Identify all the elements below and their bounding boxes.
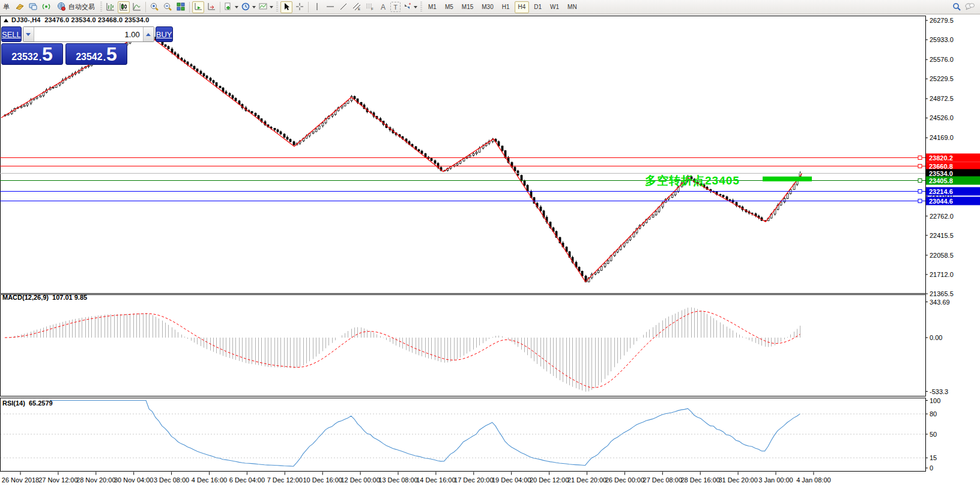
macd-scale-label: 343.69 xyxy=(930,299,950,306)
arrows-tool-button[interactable] xyxy=(402,1,418,13)
volume-decrease-button[interactable] xyxy=(23,27,34,41)
price-line-handle[interactable] xyxy=(918,179,922,183)
time-axis-label: 27 Nov 12:00 xyxy=(38,476,77,484)
toolbar-grip[interactable] xyxy=(276,2,279,13)
tile-windows-icon xyxy=(176,2,186,13)
chart-annotation-text[interactable]: 多空转折点23405 xyxy=(645,173,740,189)
history-center-button[interactable] xyxy=(14,1,26,13)
price-axis-tick-label: 22762.0 xyxy=(930,213,954,220)
sell-price-frac: 5 xyxy=(42,45,53,63)
channel-icon: E xyxy=(352,2,361,13)
crosshair-tool-button[interactable] xyxy=(294,1,306,13)
chart-shift-button[interactable] xyxy=(205,1,217,13)
macd-values: 107.01 9.85 xyxy=(52,294,87,301)
toolbar-grip[interactable] xyxy=(100,2,103,13)
cursor-tool-button[interactable] xyxy=(280,1,292,13)
search-button[interactable] xyxy=(951,1,963,13)
horizontal-line-tool-button[interactable] xyxy=(324,1,336,13)
triangle-down-icon xyxy=(26,33,31,36)
volume-increase-button[interactable] xyxy=(143,27,154,41)
trendline-icon xyxy=(339,2,348,13)
rsi-scale-label: 80 xyxy=(930,410,937,418)
highlight-bar[interactable] xyxy=(763,177,812,181)
price-line-handle[interactable] xyxy=(918,190,922,193)
price-line-handle[interactable] xyxy=(918,165,922,168)
line-chart-button[interactable] xyxy=(131,1,143,13)
vertical-line-tool-button[interactable] xyxy=(311,1,323,13)
time-axis-label: 10 Dec 16:00 xyxy=(303,476,342,484)
timeframe-m30-button[interactable]: M30 xyxy=(478,1,497,13)
terminal-button[interactable] xyxy=(27,1,39,13)
sell-price-main: 23532 xyxy=(11,51,38,63)
new-order-button[interactable]: 单 xyxy=(1,1,13,13)
dropdown-caret-icon xyxy=(235,6,238,8)
line-chart-icon xyxy=(132,2,142,13)
timeframe-m1-button[interactable]: M1 xyxy=(425,1,440,13)
main-toolbar: 单 自动交易 xyxy=(0,0,980,14)
auto-scroll-button[interactable] xyxy=(192,1,204,13)
toolbar-grip[interactable] xyxy=(420,2,423,13)
bar-chart-icon xyxy=(106,2,115,13)
sell-button[interactable]: SELL xyxy=(1,26,22,42)
timeframe-h1-button[interactable]: H1 xyxy=(498,1,513,13)
text-tool-button[interactable]: A xyxy=(377,1,389,13)
chat-bubbles-icon xyxy=(964,2,975,13)
chart-collapse-icon[interactable] xyxy=(4,19,8,22)
timeframe-d1-button[interactable]: D1 xyxy=(530,1,545,13)
chat-button[interactable] xyxy=(964,1,976,13)
zoom-out-button[interactable] xyxy=(162,1,174,13)
time-axis-label: 3 Dec 08:00 xyxy=(154,476,189,484)
rsi-name: RSI(14) xyxy=(2,399,25,407)
text-label-tool-button[interactable]: T xyxy=(390,2,401,12)
tile-windows-button[interactable] xyxy=(175,1,187,13)
time-axis-label: 12 Dec 00:00 xyxy=(340,476,380,484)
price-axis-tick-label: 21712.0 xyxy=(930,271,954,278)
volume-input[interactable] xyxy=(34,27,143,41)
price-axis-tick-label: 24526.0 xyxy=(930,114,954,121)
time-axis-label: 26 Nov 2018 xyxy=(2,476,39,484)
time-axis-label: 31 Dec 20:00 xyxy=(718,476,757,484)
timeframe-w1-button[interactable]: W1 xyxy=(546,1,563,13)
chart-title: DJ30-,H4 23476.0 23534.0 23468.0 23534.0 xyxy=(4,16,150,23)
time-axis-label: 4 Dec 16:00 xyxy=(192,476,227,484)
templates-button[interactable] xyxy=(258,1,274,13)
buy-price-main: 23542 xyxy=(76,51,103,63)
time-axis-label: 20 Dec 12:00 xyxy=(530,476,569,484)
price-tag-label: 23214.6 xyxy=(929,188,953,195)
fibonacci-tool-button[interactable]: F xyxy=(364,1,376,13)
time-axis-label: 7 Dec 12:00 xyxy=(267,476,303,484)
zoom-in-button[interactable] xyxy=(148,1,160,13)
price-line-handle[interactable] xyxy=(918,199,922,203)
auto-scroll-icon xyxy=(193,2,203,13)
chart-window[interactable]: 26279.525933.025576.025229.524872.524526… xyxy=(0,14,980,489)
candlestick-chart-button[interactable] xyxy=(118,1,130,13)
sell-price-display[interactable]: 23532.5 xyxy=(1,43,63,65)
autotrading-button[interactable]: 自动交易 xyxy=(53,1,98,13)
price-chart-canvas[interactable]: 26279.525933.025576.025229.524872.524526… xyxy=(0,14,980,489)
macd-pane-frame xyxy=(1,295,926,396)
timeframe-m5-button[interactable]: M5 xyxy=(441,1,457,13)
timeframe-h4-button[interactable]: H4 xyxy=(515,1,530,13)
timeframe-mn-button[interactable]: MN xyxy=(564,1,581,13)
indicators-icon xyxy=(223,2,233,13)
price-axis-tick-label: 25576.0 xyxy=(930,56,954,63)
rsi-indicator-label: RSI(14)65.2579 xyxy=(2,399,56,407)
trendline-tool-button[interactable] xyxy=(337,1,349,13)
time-axis-label: 17 Dec 20:00 xyxy=(454,476,493,484)
price-line-handle[interactable] xyxy=(918,156,922,160)
macd-indicator-label: MACD(12,26,9)107.01 9.85 xyxy=(2,294,91,301)
periods-button[interactable] xyxy=(240,1,256,13)
indicators-button[interactable] xyxy=(223,1,239,13)
buy-button[interactable]: BUY xyxy=(156,26,173,42)
buy-button-label: BUY xyxy=(156,30,172,39)
signals-button[interactable] xyxy=(40,1,52,13)
channel-tool-button[interactable]: E xyxy=(351,1,363,13)
timeframe-m15-button[interactable]: M15 xyxy=(458,1,477,13)
time-axis-label: 3 Jan 00:00 xyxy=(758,476,793,484)
buy-price-frac: 5 xyxy=(106,45,117,63)
price-axis-tick-label: 24872.5 xyxy=(930,95,954,102)
vertical-line-icon xyxy=(312,2,322,13)
buy-price-display[interactable]: 23542.5 xyxy=(65,43,127,65)
bar-chart-button[interactable] xyxy=(104,1,116,13)
autotrading-label: 自动交易 xyxy=(68,2,95,11)
